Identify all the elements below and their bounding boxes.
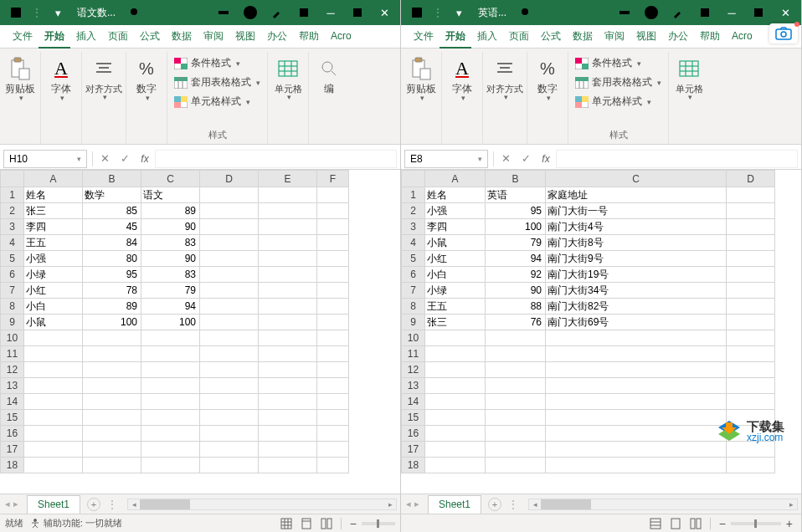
- tab-开始[interactable]: 开始: [440, 25, 471, 49]
- number-icon[interactable]: %: [531, 54, 564, 84]
- tab-Acro[interactable]: Acro: [325, 25, 357, 49]
- cell[interactable]: 90: [141, 251, 200, 267]
- cell[interactable]: [24, 330, 83, 346]
- cell[interactable]: [259, 394, 317, 410]
- view-pagelayout-icon[interactable]: [297, 516, 316, 531]
- cell[interactable]: [727, 394, 775, 410]
- cell[interactable]: 80: [83, 251, 141, 267]
- cell[interactable]: [727, 235, 775, 251]
- row-header[interactable]: 15: [1, 410, 24, 426]
- cell[interactable]: 南门大街34号: [546, 283, 727, 299]
- zoom-out-icon[interactable]: −: [716, 517, 729, 530]
- cell[interactable]: [83, 410, 141, 426]
- cell[interactable]: [259, 315, 317, 330]
- grid-area[interactable]: ABCD1姓名英语家庭地址2小强95南门大街一号3李四100南门大街4号4小鼠7…: [401, 170, 801, 494]
- view-normal-icon[interactable]: [277, 516, 296, 531]
- row-header[interactable]: 10: [1, 330, 24, 346]
- cell[interactable]: [141, 378, 200, 394]
- ribbon-mode-icon[interactable]: ▾: [446, 0, 471, 25]
- cell[interactable]: [317, 394, 349, 410]
- cell[interactable]: [83, 458, 141, 473]
- cell[interactable]: [486, 442, 546, 458]
- cell[interactable]: [486, 394, 546, 410]
- sheet-tab[interactable]: Sheet1: [27, 495, 80, 514]
- ribbon-mode-icon[interactable]: ▾: [45, 0, 70, 25]
- cell[interactable]: [259, 235, 317, 251]
- cell[interactable]: [546, 458, 727, 473]
- cell[interactable]: [546, 378, 727, 394]
- app-icon[interactable]: [692, 0, 717, 25]
- fx-icon[interactable]: fx: [135, 150, 155, 168]
- cell[interactable]: [200, 458, 259, 473]
- cell[interactable]: 姓名: [24, 187, 83, 203]
- save-icon[interactable]: [3, 0, 28, 25]
- cell[interactable]: [200, 346, 259, 362]
- tab-数据[interactable]: 数据: [166, 25, 198, 49]
- table-format-button[interactable]: 套用表格格式▾: [174, 74, 260, 90]
- cell[interactable]: 84: [83, 235, 141, 251]
- cell[interactable]: [83, 362, 141, 378]
- row-header[interactable]: 6: [1, 267, 24, 283]
- row-header[interactable]: 17: [1, 442, 24, 458]
- cell[interactable]: [486, 410, 546, 426]
- tab-视图[interactable]: 视图: [229, 25, 261, 49]
- cell-style-button[interactable]: 单元格样式▾: [174, 94, 260, 110]
- cell[interactable]: [200, 378, 259, 394]
- cell[interactable]: 李四: [24, 219, 83, 235]
- cell[interactable]: [83, 346, 141, 362]
- cell[interactable]: 小红: [425, 251, 486, 267]
- cell[interactable]: [141, 426, 200, 442]
- cell[interactable]: 90: [486, 283, 546, 299]
- col-header[interactable]: D: [200, 171, 259, 187]
- cell[interactable]: [141, 362, 200, 378]
- zoom-slider[interactable]: [731, 522, 781, 525]
- row-header[interactable]: 11: [1, 346, 24, 362]
- cell[interactable]: [317, 346, 349, 362]
- cell[interactable]: [141, 394, 200, 410]
- cell[interactable]: [200, 267, 259, 283]
- cell[interactable]: [200, 283, 259, 299]
- cell[interactable]: 张三: [24, 203, 83, 219]
- cell[interactable]: [317, 187, 349, 203]
- tab-审阅[interactable]: 审阅: [198, 25, 229, 49]
- cell[interactable]: 94: [141, 299, 200, 315]
- number-icon[interactable]: %: [130, 54, 163, 84]
- cell[interactable]: 94: [486, 251, 546, 267]
- cell[interactable]: [259, 426, 317, 442]
- cell[interactable]: 南门大街82号: [546, 299, 727, 315]
- cell[interactable]: [486, 346, 546, 362]
- col-header[interactable]: A: [24, 171, 83, 187]
- cell[interactable]: 100: [486, 219, 546, 235]
- name-box[interactable]: H10▾: [3, 150, 87, 168]
- cell[interactable]: [425, 410, 486, 426]
- cell[interactable]: [259, 203, 317, 219]
- cell[interactable]: 小红: [24, 283, 83, 299]
- cell[interactable]: [727, 362, 775, 378]
- row-header[interactable]: 3: [402, 219, 425, 235]
- cell[interactable]: [259, 346, 317, 362]
- tab-数据[interactable]: 数据: [567, 25, 599, 49]
- cell[interactable]: [425, 458, 486, 473]
- row-header[interactable]: 2: [1, 203, 24, 219]
- row-header[interactable]: 14: [402, 394, 425, 410]
- screen-capture-icon[interactable]: [769, 23, 798, 43]
- cell[interactable]: [200, 442, 259, 458]
- col-header[interactable]: C: [141, 171, 200, 187]
- cell[interactable]: [200, 219, 259, 235]
- cell[interactable]: [546, 330, 727, 346]
- cell[interactable]: [259, 267, 317, 283]
- cell[interactable]: [141, 458, 200, 473]
- cell[interactable]: 小白: [24, 299, 83, 315]
- cell[interactable]: 南门大街4号: [546, 219, 727, 235]
- cell[interactable]: [546, 410, 727, 426]
- align-icon[interactable]: [87, 54, 121, 84]
- cell[interactable]: 89: [141, 203, 200, 219]
- cell[interactable]: 78: [83, 283, 141, 299]
- cell[interactable]: 76: [486, 315, 546, 330]
- cell[interactable]: [317, 410, 349, 426]
- maximize-button[interactable]: [746, 0, 771, 25]
- paste-icon[interactable]: [3, 54, 37, 84]
- zoom-slider[interactable]: [362, 522, 395, 525]
- cell[interactable]: [486, 458, 546, 473]
- row-header[interactable]: 9: [1, 315, 24, 330]
